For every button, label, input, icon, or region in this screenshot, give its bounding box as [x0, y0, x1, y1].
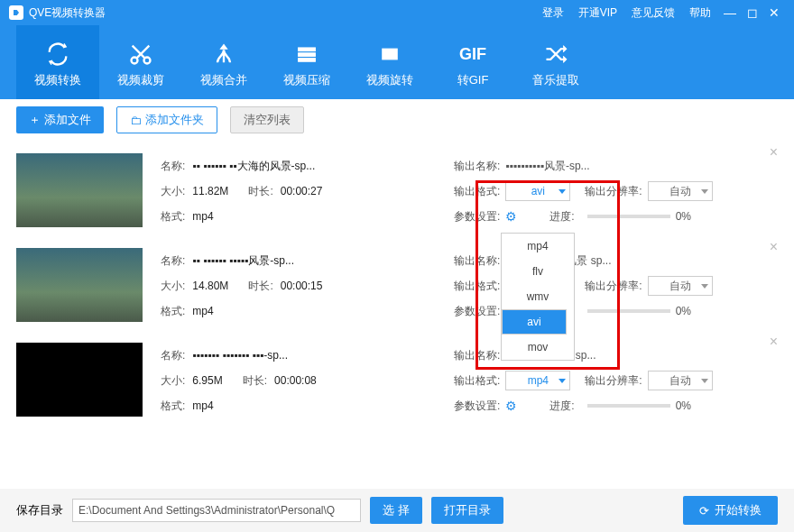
name-value: ▪▪ ▪▪▪▪▪▪ ▪▪大海的风景-sp... [192, 159, 315, 174]
app-logo [9, 5, 23, 20]
name-label: 名称: [161, 159, 185, 174]
progress-value: 0% [676, 399, 691, 412]
feedback-link[interactable]: 意见反馈 [632, 5, 675, 21]
name-label: 名称: [161, 348, 185, 363]
outres-select[interactable]: 自动 [648, 371, 713, 390]
duration-label: 时长: [243, 373, 267, 389]
remove-row-button[interactable]: × [770, 144, 778, 161]
svg-rect-3 [299, 53, 316, 57]
svg-rect-2 [299, 48, 316, 51]
outname-label: 输出名称: [454, 348, 500, 363]
maximize-button[interactable]: ◻ [747, 5, 758, 20]
duration-value: 00:00:08 [274, 374, 317, 387]
name-value: ▪▪ ▪▪▪▪▪▪ ▪▪▪▪▪风景-sp... [192, 253, 294, 269]
open-dir-button[interactable]: 打开目录 [431, 497, 503, 524]
start-convert-button[interactable]: ⟳开始转换 [683, 496, 778, 525]
merge-icon [211, 36, 236, 72]
savedir-label: 保存目录 [16, 502, 63, 518]
vip-link[interactable]: 开通VIP [578, 5, 617, 21]
size-value: 6.95M [192, 374, 222, 387]
add-file-button[interactable]: ＋添加文件 [16, 106, 104, 133]
choose-dir-button[interactable]: 选 择 [370, 497, 422, 524]
svg-rect-5 [383, 49, 397, 60]
gear-icon[interactable]: ⚙ [505, 399, 517, 413]
nav-convert[interactable]: 视频转换 [16, 25, 99, 99]
outres-select[interactable]: 自动 [648, 276, 713, 296]
name-value: ▪▪▪▪▪▪▪ ▪▪▪▪▪▪▪ ▪▪▪-sp... [192, 349, 288, 362]
outres-label: 输出分辨率: [585, 373, 642, 389]
format-value: mp4 [192, 399, 213, 412]
format-value: mp4 [192, 305, 213, 317]
minimize-button[interactable]: — [724, 5, 736, 20]
gif-icon: GIF [459, 36, 486, 72]
add-folder-button[interactable]: 🗀添加文件夹 [116, 106, 217, 133]
progress-bar [587, 309, 670, 313]
nav-gif[interactable]: GIF 转GIF [431, 25, 514, 99]
dropdown-option[interactable]: mp4 [502, 234, 574, 259]
nav-audio[interactable]: 音乐提取 [514, 25, 597, 99]
size-label: 大小: [161, 373, 185, 389]
nav-crop[interactable]: 视频裁剪 [99, 25, 182, 99]
login-link[interactable]: 登录 [542, 5, 564, 21]
dropdown-option[interactable]: avi [502, 309, 567, 335]
format-label: 格式: [161, 304, 185, 319]
clear-list-button[interactable]: 清空列表 [230, 106, 304, 133]
scissors-icon [128, 36, 153, 72]
progress-bar [587, 404, 670, 408]
params-label: 参数设置: [454, 304, 500, 319]
duration-label: 时长: [248, 279, 272, 294]
file-row: 名称:▪▪ ▪▪▪▪▪▪ ▪▪大海的风景-sp... 大小:11.82M时长:0… [16, 141, 778, 235]
outres-label: 输出分辨率: [585, 279, 642, 294]
help-link[interactable]: 帮助 [689, 5, 711, 21]
outfmt-label: 输出格式: [454, 279, 500, 294]
remove-row-button[interactable]: × [770, 334, 778, 350]
dropdown-option[interactable]: wmv [502, 284, 574, 309]
outfmt-label: 输出格式: [454, 184, 500, 199]
convert-icon [45, 36, 70, 72]
thumbnail [16, 153, 143, 227]
remove-row-button[interactable]: × [770, 239, 778, 255]
duration-value: 00:00:27 [281, 185, 323, 197]
progress-value: 0% [676, 210, 691, 223]
outfmt-select[interactable]: mp4 [505, 371, 570, 390]
refresh-icon: ⟳ [699, 504, 709, 518]
duration-label: 时长: [248, 184, 272, 199]
rotate-icon [377, 36, 402, 72]
nav-merge[interactable]: 视频合并 [182, 25, 265, 99]
thumbnail [16, 343, 143, 417]
svg-rect-4 [299, 59, 316, 62]
outfmt-label: 输出格式: [454, 373, 500, 389]
nav-rotate[interactable]: 视频旋转 [348, 25, 431, 99]
file-row: 名称:▪▪▪▪▪▪▪ ▪▪▪▪▪▪▪ ▪▪▪-sp... 大小:6.95M时长:… [16, 330, 778, 425]
duration-value: 00:00:15 [281, 280, 323, 292]
format-label: 格式: [161, 399, 185, 414]
progress-bar [587, 215, 670, 218]
dropdown-option[interactable]: flv [502, 259, 574, 284]
file-row: 名称:▪▪ ▪▪▪▪▪▪ ▪▪▪▪▪风景-sp... 大小:14.80M时长:0… [16, 235, 778, 330]
outres-select[interactable]: 自动 [648, 181, 713, 201]
dropdown-option[interactable]: mov [502, 335, 574, 360]
outname-value: ▪▪▪▪▪▪▪▪▪▪风景-sp... [505, 159, 589, 174]
format-dropdown[interactable]: mp4flvwmvavimov [501, 233, 575, 361]
plus-icon: ＋ [29, 112, 41, 128]
size-label: 大小: [161, 279, 185, 294]
gear-icon[interactable]: ⚙ [505, 209, 517, 224]
size-label: 大小: [161, 184, 185, 199]
close-button[interactable]: ✕ [769, 5, 780, 20]
nav-compress[interactable]: 视频压缩 [265, 25, 348, 99]
format-label: 格式: [161, 209, 185, 225]
savedir-input[interactable] [72, 499, 361, 522]
folder-icon: 🗀 [130, 114, 142, 127]
app-title: QVE视频转换器 [29, 5, 106, 21]
name-label: 名称: [161, 253, 185, 269]
format-value: mp4 [192, 210, 213, 223]
progress-value: 0% [676, 305, 691, 317]
outname-label: 输出名称: [454, 159, 500, 174]
size-value: 11.82M [192, 185, 228, 197]
outres-label: 输出分辨率: [585, 184, 642, 199]
outfmt-select[interactable]: avi [505, 181, 570, 201]
params-label: 参数设置: [454, 399, 500, 414]
outname-label: 输出名称: [454, 253, 500, 269]
size-value: 14.80M [192, 280, 228, 292]
params-label: 参数设置: [454, 209, 500, 225]
